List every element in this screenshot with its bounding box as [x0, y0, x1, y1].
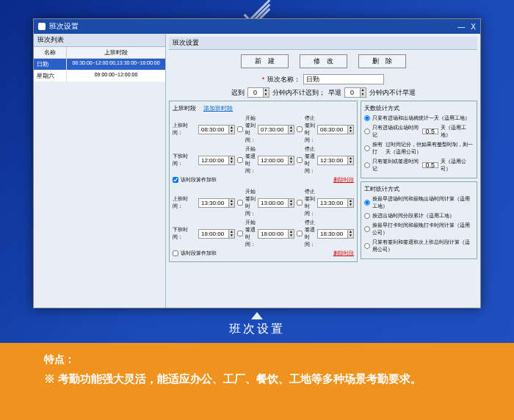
work-calc-group: 工时统计方式 按最早进场时间和最晚出场时间计算（适用工地） 按进出场时间分段累计…: [361, 181, 477, 259]
workcalc-radio-3[interactable]: [364, 226, 370, 232]
shift-list-pane: 班次列表 名称 上班时段 日勤 08:30:00~12:00:00,13:30:…: [34, 34, 166, 308]
window-title: 班次设置: [49, 21, 79, 32]
spinner[interactable]: ▲▼: [264, 87, 269, 98]
daycount-radio-1[interactable]: [364, 115, 370, 121]
on-time-input[interactable]: [198, 125, 229, 134]
delete-period-link[interactable]: 删除时段: [333, 177, 354, 182]
delete-period-link[interactable]: 删除时段: [333, 250, 354, 256]
table-row[interactable]: 日勤 08:30:00~12:00:00,13:30:00~18:00:00: [34, 59, 165, 70]
off-time-input[interactable]: [198, 156, 229, 165]
name-label: 班次名称：: [267, 75, 300, 84]
shift-config-pane: 班次设置 新 建 修 改 删 除 * 班次名称： 迟到 ▲▼ 分钟内不计迟到； …: [166, 34, 480, 308]
early-minutes-input[interactable]: [344, 87, 361, 98]
overtime-cb[interactable]: [173, 250, 178, 256]
daycount-radio-3[interactable]: [364, 145, 370, 151]
workcalc-radio-1[interactable]: [364, 200, 370, 206]
shift-list-header: 班次列表: [34, 34, 165, 47]
workcalc-radio-4[interactable]: [364, 243, 370, 249]
minimize-button[interactable]: —: [457, 23, 465, 31]
settings-window: 班次设置 — X 班次列表 名称 上班时段 日勤 08:30:00~12:00:…: [33, 18, 481, 308]
late-minutes-input[interactable]: [247, 87, 264, 98]
shift-name-input[interactable]: [303, 74, 384, 84]
config-header: 班次设置: [169, 37, 477, 50]
table-row[interactable]: 星期六 09:00:00~12:00:00: [34, 70, 165, 82]
feature-title: 特点：: [44, 353, 470, 366]
app-icon: [38, 23, 46, 30]
spinner[interactable]: ▲▼: [361, 87, 366, 98]
caption-area: 班次设置: [0, 312, 514, 337]
required-star: *: [262, 76, 265, 83]
workcalc-radio-2[interactable]: [364, 213, 370, 219]
triangle-icon: [251, 312, 263, 319]
overtime-cb[interactable]: [173, 177, 178, 183]
edit-button[interactable]: 修 改: [300, 54, 347, 68]
decorative-chevrons: [242, 4, 272, 17]
table-header: 名称 上班时段: [34, 47, 165, 59]
daycount-radio-4[interactable]: [364, 162, 370, 168]
add-period-link[interactable]: 添加班时段: [203, 105, 233, 112]
daycount-radio-2[interactable]: [364, 128, 370, 134]
feature-panel: 特点： ※ 考勤功能强大灵活，能适应办公、工厂、餐饮、工地等多种场景考勤要求。: [0, 343, 514, 420]
new-button[interactable]: 新 建: [241, 54, 289, 68]
start-checkin-cb[interactable]: [237, 126, 243, 132]
close-button[interactable]: X: [471, 23, 476, 31]
titlebar[interactable]: 班次设置 — X: [34, 19, 480, 34]
day-count-group: 天数统计方式 只要有进场和出场就统计一天（适用工地） 只有进场或出场时间记天（适…: [361, 101, 477, 178]
delete-button[interactable]: 删 除: [358, 54, 406, 68]
caption-text: 班次设置: [0, 322, 514, 337]
feature-text: ※ 考勤功能强大灵活，能适应办公、工厂、餐饮、工地等多种场景考勤要求。: [44, 371, 470, 386]
time-period-group: 上班时段添加班时段 上班时间：▲▼ 开始签到时间：▲▼ 停止签到时间：▲▼ 下班…: [169, 101, 358, 262]
